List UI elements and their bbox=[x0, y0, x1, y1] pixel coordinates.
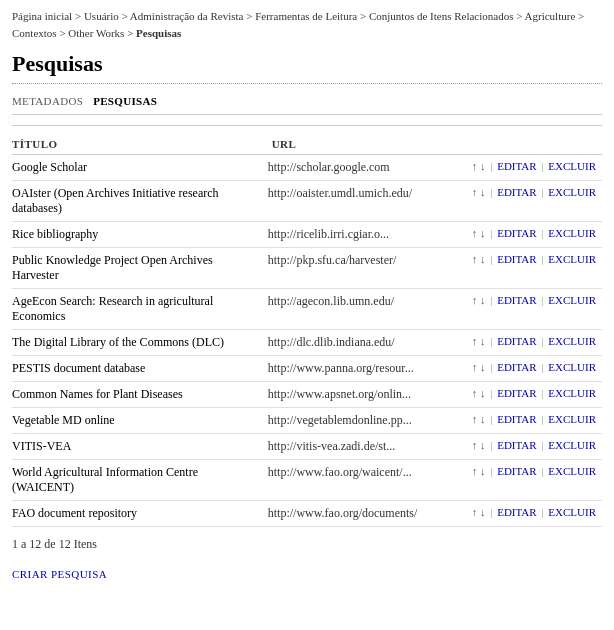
row-url: http://vegetablemdonline.pp... bbox=[268, 408, 472, 434]
row-actions: ↑ ↓ | EDITAR | EXCLUIR bbox=[472, 330, 602, 356]
row-url: http://www.fao.org/documents/ bbox=[268, 501, 472, 527]
row-title: The Digital Library of the Commons (DLC) bbox=[12, 330, 268, 356]
row-actions: ↑ ↓ | EDITAR | EXCLUIR bbox=[472, 434, 602, 460]
row-url: http://scholar.google.com bbox=[268, 155, 472, 181]
row-title: Google Scholar bbox=[12, 155, 268, 181]
mid-divider bbox=[12, 125, 602, 126]
edit-link[interactable]: EDITAR bbox=[497, 253, 536, 265]
table-row: FAO document repository http://www.fao.o… bbox=[12, 501, 602, 527]
row-title: Public Knowledge Project Open Archives H… bbox=[12, 248, 268, 289]
sort-arrows: ↑ ↓ bbox=[472, 227, 486, 239]
delete-link[interactable]: EXCLUIR bbox=[548, 439, 596, 451]
edit-link[interactable]: EDITAR bbox=[497, 361, 536, 373]
items-table: TÍTULO URL Google Scholar http://scholar… bbox=[12, 134, 602, 527]
row-url: http://www.apsnet.org/onlin... bbox=[268, 382, 472, 408]
row-actions: ↑ ↓ | EDITAR | EXCLUIR bbox=[472, 382, 602, 408]
table-row: World Agricultural Information Centre (W… bbox=[12, 460, 602, 501]
breadcrumb: Página inicial > Usuário > Administração… bbox=[12, 8, 602, 41]
edit-link[interactable]: EDITAR bbox=[497, 160, 536, 172]
delete-link[interactable]: EXCLUIR bbox=[548, 294, 596, 306]
tab-pesquisas[interactable]: PESQUISAS bbox=[93, 92, 167, 110]
delete-link[interactable]: EXCLUIR bbox=[548, 506, 596, 518]
sort-arrows: ↑ ↓ bbox=[472, 413, 486, 425]
row-url: http://pkp.sfu.ca/harvester/ bbox=[268, 248, 472, 289]
edit-link[interactable]: EDITAR bbox=[497, 387, 536, 399]
row-title: Common Names for Plant Diseases bbox=[12, 382, 268, 408]
delete-link[interactable]: EXCLUIR bbox=[548, 335, 596, 347]
row-url: http://oaister.umdl.umich.edu/ bbox=[268, 181, 472, 222]
table-row: The Digital Library of the Commons (DLC)… bbox=[12, 330, 602, 356]
row-actions: ↑ ↓ | EDITAR | EXCLUIR bbox=[472, 408, 602, 434]
row-actions: ↑ ↓ | EDITAR | EXCLUIR bbox=[472, 460, 602, 501]
edit-link[interactable]: EDITAR bbox=[497, 294, 536, 306]
edit-link[interactable]: EDITAR bbox=[497, 506, 536, 518]
delete-link[interactable]: EXCLUIR bbox=[548, 160, 596, 172]
edit-link[interactable]: EDITAR bbox=[497, 186, 536, 198]
row-url: http://www.panna.org/resour... bbox=[268, 356, 472, 382]
row-url: http://vitis-vea.zadi.de/st... bbox=[268, 434, 472, 460]
sort-arrows: ↑ ↓ bbox=[472, 439, 486, 451]
table-row: PESTIS document database http://www.pann… bbox=[12, 356, 602, 382]
col-header-title: TÍTULO bbox=[12, 134, 268, 155]
delete-link[interactable]: EXCLUIR bbox=[548, 465, 596, 477]
row-url: http://dlc.dlib.indiana.edu/ bbox=[268, 330, 472, 356]
row-url: http://ricelib.irri.cgiar.o... bbox=[268, 222, 472, 248]
sort-arrows: ↑ ↓ bbox=[472, 253, 486, 265]
edit-link[interactable]: EDITAR bbox=[497, 227, 536, 239]
table-row: Google Scholar http://scholar.google.com… bbox=[12, 155, 602, 181]
row-title: AgeEcon Search: Research in agricultural… bbox=[12, 289, 268, 330]
delete-link[interactable]: EXCLUIR bbox=[548, 361, 596, 373]
row-title: Vegetable MD online bbox=[12, 408, 268, 434]
row-title: FAO document repository bbox=[12, 501, 268, 527]
row-title: Rice bibliography bbox=[12, 222, 268, 248]
table-row: Vegetable MD online http://vegetablemdon… bbox=[12, 408, 602, 434]
row-url: http://agecon.lib.umn.edu/ bbox=[268, 289, 472, 330]
delete-link[interactable]: EXCLUIR bbox=[548, 253, 596, 265]
row-actions: ↑ ↓ | EDITAR | EXCLUIR bbox=[472, 289, 602, 330]
table-row: AgeEcon Search: Research in agricultural… bbox=[12, 289, 602, 330]
table-row: Public Knowledge Project Open Archives H… bbox=[12, 248, 602, 289]
edit-link[interactable]: EDITAR bbox=[497, 335, 536, 347]
row-title: VITIS-VEA bbox=[12, 434, 268, 460]
edit-link[interactable]: EDITAR bbox=[497, 439, 536, 451]
pagination-info: 1 a 12 de 12 Itens bbox=[12, 537, 602, 552]
sort-arrows: ↑ ↓ bbox=[472, 465, 486, 477]
col-header-actions bbox=[472, 134, 602, 155]
row-actions: ↑ ↓ | EDITAR | EXCLUIR bbox=[472, 155, 602, 181]
edit-link[interactable]: EDITAR bbox=[497, 465, 536, 477]
sort-arrows: ↑ ↓ bbox=[472, 186, 486, 198]
row-title: PESTIS document database bbox=[12, 356, 268, 382]
row-actions: ↑ ↓ | EDITAR | EXCLUIR bbox=[472, 501, 602, 527]
row-actions: ↑ ↓ | EDITAR | EXCLUIR bbox=[472, 181, 602, 222]
sort-arrows: ↑ ↓ bbox=[472, 294, 486, 306]
table-row: OAIster (Open Archives Initiative resear… bbox=[12, 181, 602, 222]
delete-link[interactable]: EXCLUIR bbox=[548, 186, 596, 198]
delete-link[interactable]: EXCLUIR bbox=[548, 227, 596, 239]
table-row: VITIS-VEA http://vitis-vea.zadi.de/st...… bbox=[12, 434, 602, 460]
page-title: Pesquisas bbox=[12, 51, 602, 77]
sort-arrows: ↑ ↓ bbox=[472, 160, 486, 172]
sort-arrows: ↑ ↓ bbox=[472, 387, 486, 399]
row-actions: ↑ ↓ | EDITAR | EXCLUIR bbox=[472, 222, 602, 248]
delete-link[interactable]: EXCLUIR bbox=[548, 413, 596, 425]
row-title: OAIster (Open Archives Initiative resear… bbox=[12, 181, 268, 222]
row-actions: ↑ ↓ | EDITAR | EXCLUIR bbox=[472, 248, 602, 289]
edit-link[interactable]: EDITAR bbox=[497, 413, 536, 425]
tab-bar: METADADOS PESQUISAS bbox=[12, 92, 602, 115]
sort-arrows: ↑ ↓ bbox=[472, 506, 486, 518]
sort-arrows: ↑ ↓ bbox=[472, 361, 486, 373]
sort-arrows: ↑ ↓ bbox=[472, 335, 486, 347]
create-link[interactable]: CRIAR PESQUISA bbox=[12, 568, 107, 580]
top-divider bbox=[12, 83, 602, 84]
table-row: Common Names for Plant Diseases http://w… bbox=[12, 382, 602, 408]
row-url: http://www.fao.org/waicent/... bbox=[268, 460, 472, 501]
table-row: Rice bibliography http://ricelib.irri.cg… bbox=[12, 222, 602, 248]
row-title: World Agricultural Information Centre (W… bbox=[12, 460, 268, 501]
row-actions: ↑ ↓ | EDITAR | EXCLUIR bbox=[472, 356, 602, 382]
tab-metadados[interactable]: METADADOS bbox=[12, 92, 93, 110]
delete-link[interactable]: EXCLUIR bbox=[548, 387, 596, 399]
col-header-url: URL bbox=[268, 134, 472, 155]
